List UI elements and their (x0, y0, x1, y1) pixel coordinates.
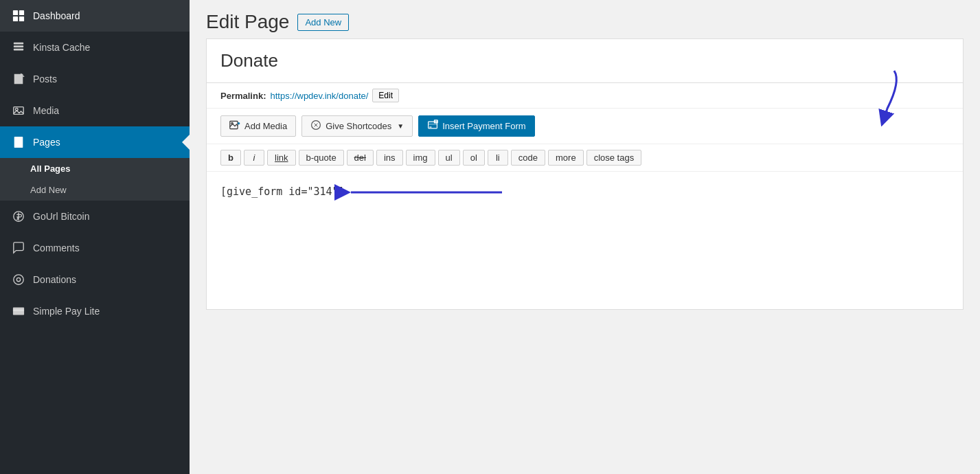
add-media-icon (229, 120, 240, 133)
give-shortcodes-label: Give Shortcodes (326, 121, 391, 131)
post-title-area: Donate (207, 39, 963, 83)
svg-point-15 (16, 278, 20, 281)
permalink-link[interactable]: https://wpdev.ink/donate/ (270, 91, 368, 101)
fmt-link-button[interactable]: link (267, 150, 296, 166)
permalink-edit-button[interactable]: Edit (372, 89, 399, 102)
pages-submenu: All Pages Add New (0, 158, 190, 201)
svg-point-14 (14, 275, 23, 284)
bitcoin-icon (11, 209, 26, 224)
svg-rect-23 (429, 126, 431, 127)
sidebar-item-posts[interactable]: Posts (0, 63, 190, 95)
sidebar-item-label: Donations (33, 274, 76, 285)
submenu-add-new[interactable]: Add New (0, 179, 190, 201)
sidebar-item-label: Pages (33, 137, 60, 148)
sidebar: Dashboard Kinsta Cache Posts (0, 0, 190, 474)
permalink-label: Permalink: (220, 91, 266, 101)
editor-container: Donate Permalink: https://wpdev.ink/dona… (206, 38, 964, 310)
svg-rect-7 (14, 107, 23, 115)
give-shortcodes-icon (310, 120, 321, 133)
give-shortcodes-button[interactable]: Give Shortcodes ▼ (301, 115, 413, 137)
svg-rect-24 (435, 120, 438, 123)
pages-icon (11, 135, 26, 150)
sidebar-item-dashboard[interactable]: Dashboard (0, 0, 190, 32)
fmt-img-button[interactable]: img (406, 150, 435, 166)
fmt-italic-button[interactable]: i (244, 150, 264, 166)
insert-payment-label: Insert Payment Form (442, 121, 525, 131)
svg-rect-6 (14, 49, 23, 51)
insert-payment-button[interactable]: Insert Payment Form (418, 115, 534, 137)
dashboard-icon (11, 8, 26, 23)
svg-rect-10 (16, 139, 22, 140)
chevron-down-icon: ▼ (397, 122, 404, 130)
svg-rect-22 (429, 124, 437, 125)
permalink-row: Permalink: https://wpdev.ink/donate/ Edi… (207, 83, 963, 109)
fmt-del-button[interactable]: del (347, 150, 374, 166)
fmt-li-button[interactable]: li (488, 150, 508, 166)
sidebar-item-label: Kinsta Cache (33, 42, 90, 53)
fmt-ins-button[interactable]: ins (376, 150, 403, 166)
sidebar-item-donations[interactable]: Donations (0, 264, 190, 295)
submenu-all-pages[interactable]: All Pages (0, 158, 190, 179)
svg-rect-5 (14, 45, 23, 47)
sidebar-item-gourl-bitcoin[interactable]: GoUrl Bitcoin (0, 201, 190, 232)
svg-rect-17 (13, 309, 24, 311)
post-title[interactable]: Donate (220, 50, 949, 71)
add-media-button[interactable]: Add Media (220, 115, 296, 137)
fmt-ul-button[interactable]: ul (438, 150, 460, 166)
sidebar-item-label: GoUrl Bitcoin (33, 211, 89, 222)
fmt-bold-button[interactable]: b (220, 150, 241, 166)
sidebar-item-label: Media (33, 105, 59, 116)
kinsta-icon (11, 40, 26, 55)
svg-rect-4 (14, 43, 23, 45)
sidebar-item-label: Comments (33, 242, 80, 253)
sidebar-item-comments[interactable]: Comments (0, 232, 190, 264)
page-title: Edit Page (206, 11, 289, 33)
posts-icon (11, 71, 26, 87)
fmt-bquote-button[interactable]: b-quote (299, 150, 344, 166)
svg-rect-1 (19, 10, 24, 15)
sidebar-item-kinsta-cache[interactable]: Kinsta Cache (0, 32, 190, 63)
shortcode-arrow-annotation (344, 175, 516, 210)
svg-rect-12 (16, 143, 20, 144)
comments-icon (11, 240, 26, 256)
formatting-row: b i link b-quote del ins img ul ol li co… (207, 144, 963, 172)
main-content: Edit Page Add New Donate Permalink: http… (190, 0, 980, 474)
svg-rect-0 (13, 10, 18, 15)
fmt-close-tags-button[interactable]: close tags (586, 150, 642, 166)
add-new-button[interactable]: Add New (297, 14, 349, 31)
insert-payment-icon (427, 120, 438, 133)
fmt-ol-button[interactable]: ol (463, 150, 485, 166)
fmt-more-button[interactable]: more (548, 150, 584, 166)
add-media-label: Add Media (244, 121, 287, 131)
sidebar-item-label: Posts (33, 74, 57, 84)
page-header: Edit Page Add New (190, 0, 980, 38)
svg-rect-2 (13, 16, 18, 21)
sidebar-item-media[interactable]: Media (0, 95, 190, 126)
toolbar-area: Add Media Give Shortcodes ▼ (207, 109, 963, 144)
editor-body[interactable]: [give_form id="314"] (207, 172, 963, 309)
sidebar-item-simple-pay-lite[interactable]: Simple Pay Lite (0, 295, 190, 327)
svg-rect-9 (14, 137, 23, 148)
simple-pay-icon (11, 304, 26, 319)
sidebar-item-label: Simple Pay Lite (33, 306, 100, 317)
svg-rect-11 (16, 141, 22, 142)
sidebar-item-label: Dashboard (33, 10, 80, 21)
svg-rect-3 (19, 16, 24, 21)
shortcode-content: [give_form id="314"] (220, 185, 345, 198)
sidebar-item-pages[interactable]: Pages (0, 126, 190, 158)
fmt-code-button[interactable]: code (511, 150, 545, 166)
media-icon (11, 103, 26, 118)
toolbar-row: Add Media Give Shortcodes ▼ (207, 109, 963, 144)
donations-icon (11, 272, 26, 287)
